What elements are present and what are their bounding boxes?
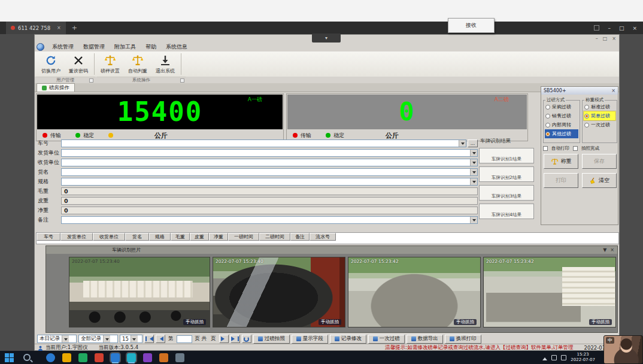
col-truck-no[interactable]: 车号 [37,233,60,241]
show-fields-button[interactable]: 显示字段 [292,335,328,344]
taskbar-app-icon[interactable] [127,353,136,362]
app-maximize-icon[interactable]: □ [603,36,608,41]
option-standard-weigh[interactable]: 标准过磅 [584,102,615,111]
menu-system-manage[interactable]: 系统管理 [48,43,78,51]
net-weight-field[interactable]: 0 [61,207,478,214]
gross-weight-field[interactable]: 0 [61,187,478,195]
dropdown-icon[interactable] [470,150,477,156]
plate-result-2[interactable]: 车牌识别2结果 [479,166,534,182]
camera-feed-1[interactable]: 2022-07-07 15:23:40 手动抓拍 [69,257,210,327]
next-page-button[interactable] [219,335,229,343]
dropdown-icon[interactable] [470,159,477,166]
dropdown-icon[interactable] [131,335,138,342]
option-purchase-weigh[interactable]: 采购过磅 [545,102,578,111]
start-button[interactable] [5,353,14,362]
search-icon[interactable] [23,354,31,361]
sender-combo[interactable] [61,149,478,157]
weigh-photo-button[interactable]: 过磅拍照 [253,335,290,344]
ime-indicator[interactable]: 中 [606,337,614,344]
page-size-select[interactable]: 15 [120,335,142,343]
print-button[interactable]: 打印 [544,173,578,188]
plate-result-1[interactable]: 车牌识别1结果 [479,148,534,163]
network-icon[interactable] [551,355,557,360]
reset-password-button[interactable]: 重设密码 [65,52,92,76]
camera-panel-close-icon[interactable]: × [610,247,614,253]
switch-user-button[interactable]: 切换用户 [37,52,65,76]
weigh-button[interactable]: 称重 [544,154,578,169]
menu-data-manage[interactable]: 数据管理 [79,43,109,51]
close-icon[interactable]: × [632,25,637,31]
mode-panel-close-icon[interactable]: × [611,88,615,93]
col-second-time[interactable]: 二磅时间 [259,233,290,241]
new-tab-button[interactable]: + [72,24,77,32]
taskbar-app-icon[interactable] [78,353,87,362]
maximize-icon[interactable]: □ [619,25,624,31]
option-sales-weigh[interactable]: 销售过磅 [545,111,578,120]
edit-record-button[interactable]: 记录修改 [330,335,366,344]
taskbar-app-icon[interactable] [111,353,120,362]
group-expand-icon[interactable] [89,78,93,83]
remark-combo[interactable] [61,216,478,224]
option-other-weigh[interactable]: 其他过磅 [545,129,578,138]
export-data-button[interactable]: 数据导出 [407,335,443,344]
remote-menu-icon[interactable] [594,25,599,31]
camera-feed-2[interactable]: 2022-07-07 15:23:40 手动抓拍 [213,257,345,327]
remote-toolbar-pill[interactable]: ▾ [312,34,341,43]
dropdown-icon[interactable] [459,140,466,147]
option-internal-transfer[interactable]: 内部周转 [545,120,578,129]
clear-button[interactable]: 清空 [582,173,617,188]
col-sender[interactable]: 发货单位 [60,233,93,241]
tare-weight-field[interactable]: 0 [61,197,478,205]
record-scope-select[interactable]: 全部记录 [78,335,118,343]
first-page-button[interactable] [144,335,154,343]
save-button[interactable]: 保存 [582,154,617,169]
menu-extra-tools[interactable]: 附加工具 [110,43,140,51]
tab-weighroom[interactable]: 磅房操作 [37,83,75,92]
col-serial[interactable]: 流水号 [310,233,336,241]
record-filter-select[interactable]: 本日记录 [37,335,77,343]
minimize-icon[interactable]: – [608,25,611,31]
app-minimize-icon[interactable]: – [596,36,598,41]
once-weigh-button[interactable]: 一次过磅 [368,335,405,344]
goods-combo[interactable] [61,168,478,176]
dropdown-icon[interactable] [62,335,69,342]
camera-feed-4[interactable]: 2022-07-07 15:23:42 手动抓拍 [483,257,616,327]
close-tab-icon[interactable]: × [57,25,61,31]
taskbar-app-icon[interactable] [62,353,71,362]
taskbar-app-icon[interactable] [46,353,55,362]
shift-print-button[interactable]: 换班打印 [445,335,481,344]
col-receiver[interactable]: 收货单位 [93,233,125,241]
taskbar-app-icon[interactable] [175,353,184,362]
dropdown-icon[interactable] [470,169,477,175]
tray-expand-icon[interactable] [542,355,547,360]
dropdown-icon[interactable] [103,335,110,342]
truck-no-browse-button[interactable]: ... [468,139,478,147]
pin-icon[interactable]: ▼ [603,247,606,253]
col-net[interactable]: 净重 [209,233,228,241]
refresh-button[interactable] [242,335,251,343]
page-number-input[interactable] [177,335,192,343]
camera-feed-3[interactable]: 2022-07-07 15:23:42 手动抓拍 [348,257,481,327]
col-tare[interactable]: 皮重 [190,233,209,241]
option-once-weigh[interactable]: 一次过磅 [584,120,615,129]
menu-system-info[interactable]: 系统信息 [162,43,192,51]
dropdown-icon[interactable] [470,178,477,185]
remote-session-tab[interactable]: 611 422 758 × [6,22,66,34]
col-first-time[interactable]: 一磅时间 [228,233,259,241]
taskbar-clock[interactable]: 15:23 2022-07-07 [571,352,595,363]
option-simple-weigh[interactable]: 简单过磅 [584,111,615,120]
auto-print-checkbox[interactable] [543,146,548,151]
menu-help[interactable]: 帮助 [141,43,160,51]
group-expand-icon[interactable] [180,78,184,83]
dropdown-icon[interactable] [470,217,477,223]
col-gross[interactable]: 毛重 [171,233,190,241]
volume-icon[interactable] [561,355,566,360]
plate-result-3[interactable]: 车牌识别3结果 [479,185,534,201]
plate-result-4[interactable]: 车牌识别4结果 [479,204,534,219]
taskbar-app-icon[interactable] [143,353,152,362]
receive-popup[interactable]: 接收 [448,18,495,33]
spec-combo[interactable] [61,178,478,186]
taskbar-app-icon[interactable] [95,353,104,362]
photo-done-checkbox[interactable] [573,146,578,151]
col-goods[interactable]: 货名 [125,233,149,241]
